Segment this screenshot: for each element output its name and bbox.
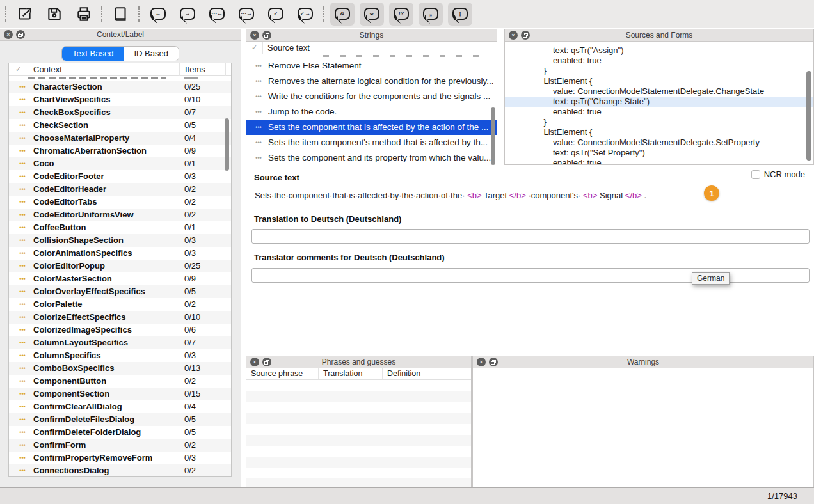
translation-input[interactable] — [251, 229, 810, 244]
main-toolbar: ← → ⋯← ⋯→ ✓ ✓→ — [0, 0, 814, 28]
unfinished-status-icon: ••• — [14, 81, 31, 93]
close-icon[interactable]: × — [250, 358, 259, 366]
table-row[interactable]: ••• CoffeeButton 0/1 — [9, 221, 231, 234]
table-row[interactable]: ••• ChartViewSpecifics 0/10 — [9, 93, 231, 106]
float-icon[interactable] — [262, 31, 271, 40]
sources-scrollbar[interactable] — [806, 71, 811, 161]
print-button[interactable] — [72, 3, 96, 26]
close-icon[interactable]: × — [250, 31, 259, 40]
toggle-accelerators-button[interactable]: & — [330, 3, 355, 26]
string-row[interactable]: ••• Write the conditions for the compone… — [246, 89, 497, 104]
phrases-column-header[interactable]: Definition — [382, 368, 471, 379]
context-scrollbar[interactable] — [225, 118, 229, 171]
open-phrase-book-button[interactable] — [109, 3, 133, 26]
string-row[interactable]: ••• Sets the component that is affected … — [246, 120, 497, 135]
table-row[interactable]: ••• ConfirmPropertyRemoveForm 0/3 — [9, 452, 231, 464]
open-button[interactable] — [13, 3, 37, 26]
toolbar-handle[interactable] — [138, 6, 140, 22]
float-icon[interactable] — [521, 31, 530, 40]
prev-button[interactable]: ⋯← — [205, 3, 229, 26]
toggle-ending-punctuation-button[interactable]: !? — [389, 3, 413, 26]
table-row[interactable]: ••• CheckBoxSpecifics 0/7 — [9, 106, 231, 119]
table-row[interactable]: ••• ColorizeEffectSpecifics 0/10 — [9, 311, 231, 324]
table-row[interactable]: ••• ComboBoxSpecifics 0/13 — [9, 362, 231, 375]
source-string: Removes the alternate logical condition … — [268, 74, 493, 89]
context-items-count: 0/9 — [184, 145, 196, 157]
table-row[interactable]: ••• ConfirmDeleteFilesDialog 0/5 — [9, 413, 231, 426]
context-items-count: 0/10 — [184, 93, 200, 106]
toolbar-handle[interactable] — [323, 6, 324, 22]
source-code-view[interactable]: text: qsTr("Assign") enabled: true } Lis… — [505, 42, 813, 164]
source-text-column-header[interactable]: Source text — [267, 42, 310, 54]
table-row[interactable]: ••• CodeEditorUniformsView 0/2 — [9, 209, 231, 221]
toolbar-handle[interactable] — [101, 6, 102, 22]
table-row[interactable]: ••• ColorOverlayEffectSpecifics 0/5 — [9, 285, 231, 298]
phrasebook-button-group — [109, 3, 133, 26]
table-row[interactable]: ••• ComponentButton 0/2 — [9, 375, 231, 388]
context-items-count: 0/9 — [184, 272, 196, 285]
table-row[interactable]: ••• ColumnSpecifics 0/3 — [9, 349, 231, 362]
strings-table-header[interactable]: ✓ Source text — [246, 42, 497, 54]
table-row[interactable]: ••• ConnectionsDialog 0/2 — [9, 464, 231, 477]
close-icon[interactable]: × — [509, 31, 518, 40]
strings-scrollbar[interactable] — [491, 107, 495, 165]
context-name: ColorPalette — [33, 298, 83, 311]
toggle-surrounding-whitespace-button[interactable]: ⌣ — [360, 3, 384, 26]
phrases-table-header[interactable]: Source phrase Translation Definition — [246, 368, 471, 380]
table-row[interactable]: ••• CodeEditorFooter 0/3 — [9, 170, 231, 183]
unfinished-status-icon: ••• — [14, 285, 31, 298]
items-column-header[interactable]: Items — [179, 63, 205, 76]
prev-unfinished-button[interactable]: ← — [146, 3, 170, 26]
next-unfinished-button[interactable]: → — [175, 3, 200, 26]
next-button[interactable]: ⋯→ — [234, 3, 259, 26]
table-row[interactable]: ••• ConfirmClearAllDialog 0/4 — [9, 400, 231, 413]
tab-text-based[interactable]: Text Based — [62, 47, 124, 61]
source-text-segment: Sets·the·component·that·is·affected·by·t… — [255, 191, 465, 200]
done-and-next-skip-button[interactable]: ✓→ — [293, 3, 317, 26]
table-row[interactable]: ••• CollisionShapeSection 0/3 — [9, 234, 231, 247]
table-row[interactable]: ••• ChooseMaterialProperty 0/4 — [9, 132, 231, 145]
warnings-body[interactable] — [473, 369, 813, 487]
string-row[interactable]: ••• Removes the alternate logical condit… — [246, 74, 497, 89]
table-row[interactable]: ••• ConfirmForm 0/2 — [9, 439, 231, 452]
phrases-column-header[interactable]: Source phrase — [246, 368, 318, 379]
context-name: ConfirmDeleteFilesDialog — [33, 413, 134, 426]
source-text-segment: <b> — [467, 191, 481, 200]
phrases-column-header[interactable]: Translation — [318, 368, 382, 379]
done-and-next-button[interactable]: ✓ — [264, 3, 288, 26]
table-row[interactable]: ••• ColumnLayoutSpecifics 0/7 — [9, 336, 231, 349]
context-items-count: 0/3 — [184, 170, 196, 183]
string-row[interactable]: ••• Sets the item component's method tha… — [246, 135, 497, 150]
table-row[interactable]: ••• CharacterSection 0/25 — [9, 81, 231, 93]
toggle-place-markers-button[interactable]: ¡ — [448, 3, 472, 26]
ncr-mode-checkbox[interactable] — [751, 170, 760, 179]
close-icon[interactable]: × — [4, 30, 13, 39]
context-table-header[interactable]: ✓ Context Items — [9, 63, 231, 76]
toolbar-handle[interactable] — [5, 6, 6, 22]
partial-row[interactable] — [9, 76, 231, 81]
table-row[interactable]: ••• CodeEditorTabs 0/2 — [9, 196, 231, 209]
table-row[interactable]: ••• ColorPalette 0/2 — [9, 298, 231, 311]
table-row[interactable]: ••• Coco 0/1 — [9, 157, 231, 170]
table-row[interactable]: ••• CodeEditorHeader 0/2 — [9, 183, 231, 196]
string-row[interactable]: ••• Remove Else Statement — [246, 58, 497, 74]
float-icon[interactable] — [16, 30, 25, 39]
table-row[interactable]: ••• CheckSection 0/5 — [9, 119, 231, 132]
save-button[interactable] — [42, 3, 67, 26]
context-column-header[interactable]: Context — [33, 63, 62, 75]
table-row[interactable]: ••• ColorizedImageSpecifics 0/6 — [9, 324, 231, 336]
table-row[interactable]: ••• ColorEditorPopup 0/25 — [9, 260, 231, 272]
phrases-table-body[interactable] — [246, 381, 471, 487]
table-row[interactable]: ••• ChromaticAberrationSection 0/9 — [9, 145, 231, 157]
toggle-phrase-matches-button[interactable]: „ — [419, 3, 443, 26]
table-row[interactable]: ••• ColorAnimationSpecifics 0/3 — [9, 247, 231, 260]
table-row[interactable]: ••• ConfirmDeleteFolderDialog 0/5 — [9, 426, 231, 439]
string-row[interactable]: ••• Jump to the code. — [246, 104, 497, 120]
close-icon[interactable]: × — [477, 358, 486, 366]
string-row[interactable]: ••• Sets the component and its property … — [246, 150, 497, 166]
table-row[interactable]: ••• ColorMasterSection 0/9 — [9, 272, 231, 285]
table-row[interactable]: ••• ComponentSection 0/15 — [9, 388, 231, 400]
tab-id-based[interactable]: ID Based — [124, 47, 178, 61]
float-icon[interactable] — [489, 358, 498, 366]
float-icon[interactable] — [262, 358, 271, 366]
